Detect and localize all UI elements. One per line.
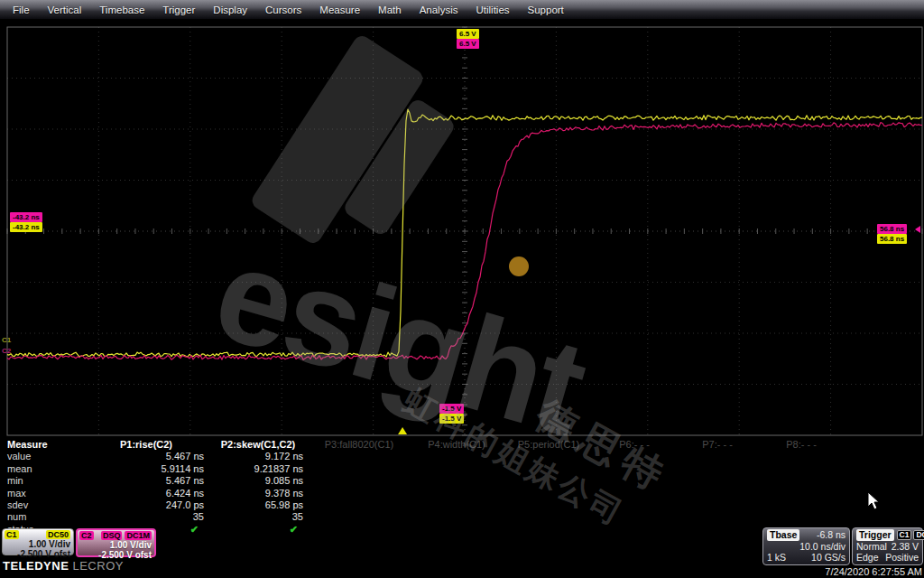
timebase-scale: 10.0 ns/div [799, 541, 845, 553]
channel-c1-coupling-badge: DC50 [46, 530, 70, 539]
axis-top-label-c1: 6.5 V [457, 29, 479, 39]
measure-row-label: min [7, 475, 83, 487]
trigger-coupling-badge: DC [913, 530, 924, 540]
mouse-cursor-icon [867, 491, 882, 511]
channel-c1-scale: 1.00 V/div [5, 540, 70, 549]
measure-row-label: value [7, 451, 83, 462]
measure-header-p7[interactable]: P7:- - - [675, 439, 760, 451]
menu-measure[interactable]: Measure [310, 2, 369, 18]
measure-value: 35 [85, 511, 208, 523]
measure-header-p2[interactable]: P2:skew(C1,C2) [209, 439, 307, 451]
timebase-box[interactable]: Tbase -6.8 ns 10.0 ns/div 1 kS 10 GS/s [762, 527, 850, 565]
measure-row-labels: Measure value mean min max sdev num stat… [7, 439, 83, 536]
measure-value: 5.467 ns [85, 475, 208, 487]
menu-bar: File Vertical Timebase Trigger Display C… [0, 0, 924, 20]
menu-timebase[interactable]: Timebase [90, 2, 153, 18]
measure-col-p1: P1:rise(C2) 5.467 ns 5.9114 ns 5.467 ns … [85, 439, 208, 536]
trigger-label: Trigger [856, 529, 894, 541]
measure-header-p5[interactable]: P5:period(C1) [504, 439, 594, 451]
trigger-slope: Positive [885, 552, 919, 564]
measure-row-label: sdev [7, 499, 83, 511]
brand-logo: TELEDYNE LECROY [3, 559, 124, 573]
measure-value: 247.0 ps [85, 499, 208, 511]
trigger-level-arrow-icon[interactable] [915, 226, 920, 233]
trigger-box[interactable]: Trigger C1 DC Normal 2.38 V Edge Positiv… [852, 527, 923, 565]
brand-part1: TELEDYNE [3, 559, 69, 573]
timebase-rate: 10 GS/s [811, 552, 845, 564]
status-check-icon: ✔ [209, 524, 307, 536]
measure-value: 65.98 ps [209, 499, 307, 511]
channel-box-c2[interactable]: C2 DSQ DC1M 1.00 V/div -2.500 V ofst [76, 528, 156, 557]
measure-col-p3: P3:fall8020(C1) [309, 439, 410, 451]
channel-box-c1[interactable]: C1 DC50 1.00 V/div -2.500 V ofst [2, 528, 74, 555]
measure-col-p8: P8:- - - [762, 439, 841, 451]
channel-c1-offset: -2.500 V ofst [5, 550, 70, 559]
measure-col-p6: P6:- - - [596, 439, 673, 451]
measure-col-p2: P2:skew(C1,C2) 9.172 ns 9.21837 ns 9.085… [209, 439, 307, 536]
measure-value: 9.21837 ns [209, 463, 307, 475]
channel-c2-label: C2 [79, 531, 94, 540]
measure-value: 5.9114 ns [85, 463, 208, 475]
measure-header-p4[interactable]: P4:width(C1) [411, 439, 502, 451]
axis-right-label-c2: 56.8 ns [877, 224, 907, 234]
channel-c1-label: C1 [5, 530, 19, 539]
measure-col-p4: P4:width(C1) [411, 439, 502, 451]
timebase-delay: -6.8 ns [817, 529, 845, 541]
measure-value: 9.172 ns [209, 451, 307, 462]
menu-support[interactable]: Support [519, 2, 573, 18]
ground-marker-c2[interactable]: C2 [2, 347, 11, 355]
menu-display[interactable]: Display [204, 2, 256, 18]
channel-c2-scale: 1.00 V/div [79, 541, 152, 550]
measure-row-label: num [7, 511, 83, 523]
measure-value: 9.085 ns [209, 475, 307, 487]
measure-row-label: max [7, 488, 83, 499]
measure-header-p1[interactable]: P1:rise(C2) [85, 439, 208, 451]
menu-trigger[interactable]: Trigger [153, 2, 204, 18]
measure-value: 9.378 ns [209, 488, 307, 499]
trigger-mode: Normal [856, 541, 887, 553]
menu-vertical[interactable]: Vertical [39, 2, 91, 18]
axis-left-label-c1: -43.2 ns [10, 222, 42, 232]
axis-left-label-c2: -43.2 ns [10, 212, 42, 222]
axis-bottom-label-c2: -1.5 V [439, 404, 464, 414]
menu-cursors[interactable]: Cursors [256, 2, 310, 18]
channel-c2-coupling-badge: DC1M [125, 531, 152, 540]
measure-header-p6[interactable]: P6:- - - [596, 439, 673, 451]
ground-marker-c1[interactable]: C1 [2, 336, 11, 344]
trigger-type: Edge [856, 552, 879, 564]
measure-header-p3[interactable]: P3:fall8020(C1) [309, 439, 410, 451]
measure-col-p5: P5:period(C1) [504, 439, 594, 451]
trigger-level: 2.38 V [892, 541, 919, 553]
datetime-stamp: 7/24/2020 6:27:55 AM [825, 566, 922, 577]
menu-utilities[interactable]: Utilities [467, 2, 518, 18]
channel-c2-deskew-badge: DSQ [101, 531, 123, 540]
axis-bottom-label-c1: -1.5 V [439, 414, 464, 424]
menu-file[interactable]: File [4, 2, 39, 18]
measure-header-p8[interactable]: P8:- - - [762, 439, 841, 451]
axis-right-label-c1: 56.8 ns [877, 234, 907, 244]
measure-row-label: mean [7, 463, 83, 475]
menu-analysis[interactable]: Analysis [411, 2, 467, 18]
measure-col-p7: P7:- - - [675, 439, 760, 451]
measure-title: Measure [7, 439, 83, 451]
axis-top-label-c2: 6.5 V [457, 39, 479, 49]
measure-value: 5.467 ns [85, 451, 208, 462]
timebase-label: Tbase [767, 529, 799, 541]
measure-value: 35 [209, 511, 307, 523]
measure-value: 6.424 ns [85, 488, 208, 499]
menu-math[interactable]: Math [369, 2, 411, 18]
trigger-source-badge: C1 [897, 530, 912, 540]
brand-part2: LECROY [72, 559, 123, 573]
timebase-record: 1 kS [767, 552, 786, 564]
